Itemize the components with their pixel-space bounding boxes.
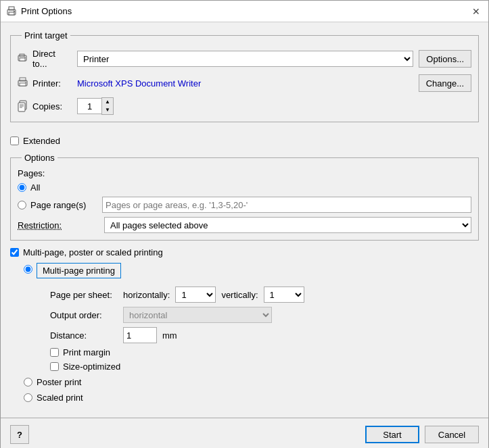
- distance-row: Distance: 1 mm: [50, 327, 304, 343]
- printer-label: Printer:: [32, 78, 61, 89]
- radio-all-label: All: [30, 182, 40, 193]
- distance-input[interactable]: 1: [123, 327, 157, 343]
- multipage-section: Multi-page, poster or scaled printing Mu…: [10, 247, 479, 403]
- output-order-label: Output order:: [50, 310, 118, 320]
- options-group: Options Pages: All Page range(s) Restric…: [10, 153, 479, 241]
- print-margin-row: Print margin: [50, 347, 304, 357]
- radio-scaled[interactable]: [24, 393, 32, 402]
- copies-down-button[interactable]: ▼: [102, 106, 113, 114]
- multipage-label: Multi-page, poster or scaled printing: [23, 247, 163, 257]
- radio-page-range-row: Page range(s): [18, 197, 471, 213]
- printer-label-cell: Printer:: [18, 77, 72, 89]
- copies-row: Copies: 1 ▲ ▼: [18, 97, 471, 115]
- scaled-print-label: Scaled print: [37, 393, 83, 403]
- radio-poster[interactable]: [24, 378, 32, 387]
- change-button[interactable]: Change...: [419, 74, 471, 92]
- copies-input-group: 1 ▲ ▼: [77, 97, 111, 115]
- options-button[interactable]: Options...: [419, 50, 471, 68]
- page-per-sheet-row: Page per sheet: horizontally: 1 2 3 4 ve…: [50, 287, 304, 303]
- multipage-header: Multi-page, poster or scaled printing: [10, 247, 479, 257]
- svg-point-7: [24, 57, 26, 58]
- help-button[interactable]: ?: [10, 425, 29, 444]
- direct-to-label: Direct to...: [32, 49, 72, 69]
- copies-icon: [18, 100, 30, 112]
- multipage-printing-block: Multi-page printing Page per sheet: hori…: [37, 263, 304, 372]
- svg-point-3: [14, 11, 15, 12]
- restriction-row: Restriction: All pages selected above Ev…: [18, 217, 471, 233]
- printer-icon: [18, 77, 30, 89]
- svg-rect-9: [20, 83, 26, 86]
- print-target-legend: Print target: [22, 30, 70, 41]
- title-left: Print Options: [6, 6, 72, 17]
- page-per-sheet-label: Page per sheet:: [50, 290, 118, 300]
- output-order-row: Output order: horizontal: [50, 307, 304, 323]
- svg-rect-1: [9, 12, 14, 15]
- vertically-select[interactable]: 1 2 3 4: [264, 287, 304, 303]
- footer-buttons: Start Cancel: [365, 426, 479, 443]
- multipage-checkbox[interactable]: [10, 248, 19, 257]
- title-bar: Print Options ✕: [1, 1, 488, 22]
- svg-point-11: [25, 82, 26, 83]
- dialog-title: Print Options: [21, 6, 72, 16]
- direct-to-label-cell: Direct to...: [18, 49, 72, 69]
- print-margin-checkbox[interactable]: [50, 348, 59, 357]
- direct-to-row: Direct to... Printer Options...: [18, 49, 471, 69]
- start-button[interactable]: Start: [365, 426, 419, 443]
- multipage-selected-indicator: Multi-page printing: [37, 263, 121, 278]
- size-optimized-checkbox[interactable]: [50, 362, 59, 371]
- extended-label: Extended: [23, 136, 60, 146]
- radio-multipage[interactable]: [24, 265, 32, 274]
- horizontally-label: horizontally:: [123, 290, 170, 300]
- radio-all-row: All: [18, 182, 471, 193]
- copies-label-cell: Copies:: [18, 100, 72, 112]
- radio-page-range-label: Page range(s): [30, 200, 98, 210]
- multipage-printing-label: Multi-page printing: [43, 266, 115, 276]
- restriction-label: Restriction:: [18, 220, 99, 230]
- radio-page-range[interactable]: [18, 201, 26, 209]
- distance-unit: mm: [162, 330, 177, 341]
- printer-title-icon: [6, 6, 17, 17]
- svg-rect-5: [20, 58, 25, 61]
- multipage-options: Multi-page printing Page per sheet: hori…: [24, 263, 479, 403]
- cancel-button[interactable]: Cancel: [425, 426, 479, 443]
- copies-label: Copies:: [32, 101, 62, 111]
- poster-print-label: Poster print: [37, 377, 81, 387]
- size-optimized-label: Size-optimized: [63, 362, 120, 372]
- print-target-group: Print target Direct to... Prin: [10, 30, 479, 122]
- close-button[interactable]: ✕: [469, 5, 483, 18]
- print-options-dialog: Print Options ✕ Print target: [0, 0, 489, 448]
- extended-checkbox[interactable]: [10, 136, 19, 145]
- pages-label: Pages:: [18, 168, 471, 178]
- copies-field[interactable]: 1: [77, 98, 101, 114]
- poster-print-row: Poster print: [24, 377, 479, 387]
- footer: ? Start Cancel: [1, 418, 488, 448]
- svg-rect-13: [18, 103, 25, 111]
- extended-row: Extended: [10, 136, 479, 146]
- distance-label: Distance:: [50, 330, 118, 341]
- print-margin-label: Print margin: [63, 347, 110, 357]
- dialog-body: Print target Direct to... Prin: [1, 22, 488, 418]
- direct-to-select[interactable]: Printer: [77, 51, 413, 67]
- scaled-print-row: Scaled print: [24, 393, 479, 403]
- vertically-label: vertically:: [221, 290, 258, 300]
- printer-value: Microsoft XPS Document Writer: [77, 78, 413, 89]
- output-order-select[interactable]: horizontal: [123, 307, 272, 323]
- radio-all[interactable]: [18, 183, 26, 192]
- copies-up-button[interactable]: ▲: [102, 98, 113, 106]
- size-optimized-row: Size-optimized: [50, 362, 304, 372]
- page-range-input[interactable]: [102, 197, 471, 213]
- printer-row: Printer: Microsoft XPS Document Writer C…: [18, 74, 471, 92]
- restriction-select[interactable]: All pages selected above Even pages Odd …: [104, 217, 471, 233]
- multipage-printing-row: Multi-page printing Page per sheet: hori…: [24, 263, 479, 372]
- direct-to-icon: [18, 53, 30, 65]
- options-legend: Options: [22, 153, 57, 163]
- horizontally-select[interactable]: 1 2 3 4: [175, 287, 216, 303]
- inner-section: Page per sheet: horizontally: 1 2 3 4 ve…: [50, 287, 304, 372]
- copies-spinner: ▲ ▼: [101, 97, 114, 115]
